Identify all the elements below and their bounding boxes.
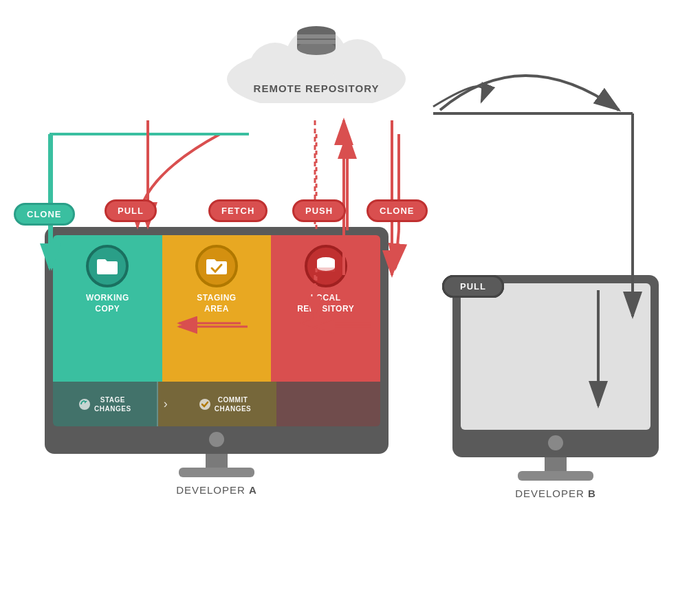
staging-area-label: STAGING AREA [197, 293, 236, 314]
local-repo-section: LOCAL REPOSITORY [271, 235, 380, 382]
svg-rect-16 [317, 267, 335, 272]
stage-changes-flow: STAGE CHANGES [53, 382, 158, 426]
developer-b-label: DEVELOPER B [515, 488, 596, 499]
commit-changes-label: COMMIT CHANGES [215, 395, 252, 413]
local-repo-label: LOCAL REPOSITORY [297, 293, 354, 314]
pull-pill: PULL [105, 199, 157, 222]
svg-rect-11 [297, 40, 336, 44]
monitor-a-screen: WORKING COPY STAGING A [53, 235, 380, 426]
fetch-pill: FETCH [208, 199, 267, 222]
clone-mid-arrow [395, 230, 399, 268]
diagram: REMOTE REPOSITORY CLONE PULL FETCH PUSH … [0, 0, 700, 590]
commit-changes-flow: COMMIT CHANGES [173, 382, 277, 426]
staging-area-section: STAGING AREA [162, 235, 272, 382]
developer-a-label: DEVELOPER A [176, 484, 257, 496]
remote-receive [433, 87, 484, 107]
remote-repo-label: REMOTE REPOSITORY [254, 83, 380, 94]
pull-right-pill: PULL [442, 275, 504, 298]
monitor-a-outer: WORKING COPY STAGING A [45, 227, 389, 454]
clone-left-pill: CLONE [14, 203, 75, 226]
working-copy-section: WORKING COPY [53, 235, 162, 382]
monitor-b-outer [452, 275, 659, 457]
monitor-b: DEVELOPER B [452, 275, 659, 499]
svg-rect-12 [297, 34, 336, 39]
cloud-container: REMOTE REPOSITORY [213, 14, 419, 103]
stage-changes-label: STAGE CHANGES [94, 395, 131, 413]
monitor-a: WORKING COPY STAGING A [45, 227, 389, 496]
clone-middle-pill: CLONE [367, 199, 428, 222]
working-copy-label: WORKING COPY [86, 293, 129, 314]
push-pill: PUSH [292, 199, 346, 222]
monitor-b-screen [461, 283, 650, 430]
